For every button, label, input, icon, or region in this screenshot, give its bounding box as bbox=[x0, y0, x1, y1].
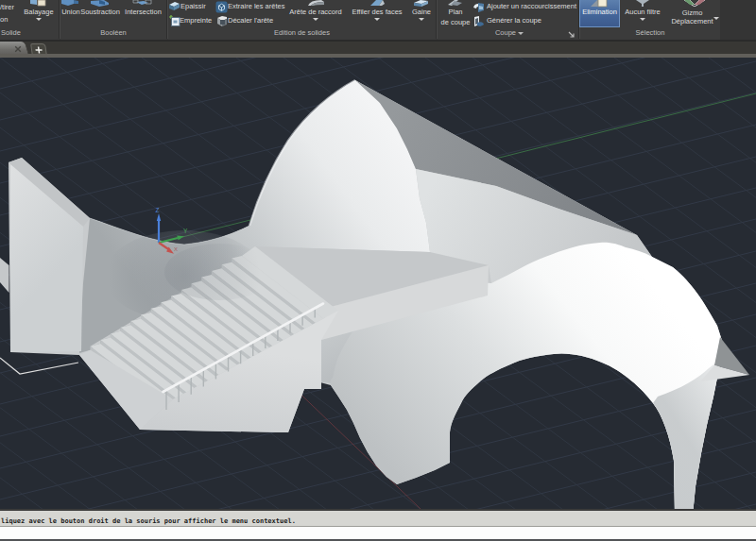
ribbon: /tirer on Balayage Solide Union Soustrac… bbox=[0, 0, 756, 42]
panel-label-solide[interactable]: Solide bbox=[1, 28, 59, 37]
balayage-icon bbox=[28, 0, 49, 7]
button-epaissir[interactable]: Epaissir bbox=[180, 3, 206, 10]
intersection-icon bbox=[132, 0, 153, 7]
command-history-bar: liquez avec le bouton droit de la souris… bbox=[0, 509, 756, 526]
command-history-text: liquez avec le bouton droit de la souris… bbox=[1, 517, 296, 525]
coupe-panel-dropdown-icon[interactable] bbox=[518, 32, 524, 35]
stairs-top-shadow bbox=[164, 244, 274, 300]
panel-label-booleen[interactable]: Booléen bbox=[60, 28, 166, 37]
ucs-z-label: Z bbox=[156, 207, 160, 213]
viewport-3d[interactable]: Z Y X bbox=[0, 58, 756, 509]
button-gizmo-line1[interactable]: Gizmo bbox=[663, 9, 721, 17]
button-arete-raccord[interactable]: Arête de raccord bbox=[283, 8, 349, 16]
panel-label-selection[interactable]: Sélection bbox=[580, 28, 720, 37]
elimination-icon bbox=[591, 0, 610, 8]
aucun-filtre-dropdown-icon[interactable] bbox=[640, 18, 645, 21]
gaine-dropdown-icon[interactable] bbox=[419, 18, 424, 21]
button-ajouter-raccourcissement[interactable]: Ajouter un raccourcissement bbox=[487, 3, 576, 10]
ribbon-right-filler bbox=[720, 0, 756, 40]
ucs-x-label: X bbox=[174, 246, 178, 252]
extraire-aretes-icon bbox=[215, 1, 228, 13]
button-generer-coupe[interactable]: Générer la coupe bbox=[487, 17, 541, 25]
command-input-bar[interactable] bbox=[0, 526, 756, 539]
button-intersection[interactable]: Intersection bbox=[114, 8, 172, 16]
generer-coupe-icon bbox=[472, 16, 486, 27]
effiler-faces-dropdown-icon[interactable] bbox=[374, 18, 380, 21]
tab-close-icon[interactable] bbox=[14, 45, 22, 53]
button-elimination-label: Elimination bbox=[580, 8, 619, 16]
gizmo-deplacement-icon bbox=[682, 0, 707, 7]
button-aucun-filtre[interactable]: Aucun filtre bbox=[614, 8, 671, 16]
epaissir-icon bbox=[168, 1, 180, 12]
panel-label-coupe[interactable]: Coupe bbox=[479, 28, 532, 37]
panel-solide: /tirer on Balayage Solide bbox=[0, 0, 59, 40]
autocad-window: /tirer on Balayage Solide Union Soustrac… bbox=[0, 0, 756, 541]
arete-raccord-dropdown-icon[interactable] bbox=[313, 18, 318, 21]
coupe-panel-launcher-icon[interactable] bbox=[568, 31, 576, 39]
ucs-y-label: Y bbox=[183, 228, 188, 234]
balayage-dropdown-icon[interactable] bbox=[36, 18, 42, 21]
panel-booleen: Union Soustraction Intersection Booléen bbox=[60, 0, 166, 40]
panel-selection: Elimination Aucun filtre Gizmo Déplaceme… bbox=[580, 0, 720, 40]
panel-edition-solides: Epaissir Empreinte Extraire les arêtes D… bbox=[168, 0, 436, 40]
button-extraire-aretes[interactable]: Extraire les arêtes bbox=[228, 3, 284, 10]
arete-raccord-icon bbox=[306, 0, 326, 7]
file-tab-bar bbox=[0, 42, 756, 55]
panel-coupe: Plan de coupe Ajouter un raccourcissemen… bbox=[438, 0, 578, 40]
ajouter-raccourcissement-icon bbox=[472, 2, 486, 13]
plan-coupe-icon bbox=[446, 0, 465, 7]
union-icon bbox=[60, 0, 81, 7]
gaine-icon bbox=[412, 0, 431, 7]
effiler-faces-icon bbox=[368, 0, 387, 7]
button-decaler-arete[interactable]: Décaler l'arête bbox=[228, 17, 273, 25]
decaler-arete-icon bbox=[216, 15, 228, 27]
aucun-filtre-icon bbox=[634, 0, 651, 7]
gizmo-dropdown-icon[interactable] bbox=[713, 17, 719, 20]
button-gizmo-line2[interactable]: Déplacement bbox=[663, 18, 721, 25]
plus-icon bbox=[34, 46, 43, 54]
soustraction-icon bbox=[90, 0, 111, 8]
button-empreinte[interactable]: Empreinte bbox=[180, 17, 212, 25]
button-revolution[interactable]: on bbox=[0, 16, 8, 24]
panel-label-edition-solides[interactable]: Edition de solides bbox=[168, 28, 436, 37]
